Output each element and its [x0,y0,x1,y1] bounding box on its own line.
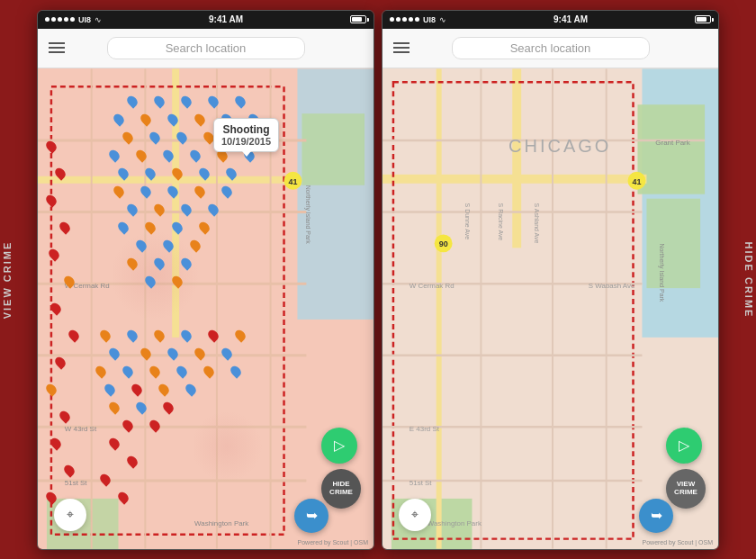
svg-text:Northerly Island Park: Northerly Island Park [304,185,311,243]
time-display: 9:41 AM [209,14,243,24]
crime-map-background: W Cermak Rd W 43rd St 51st St Northerly … [38,68,374,549]
svg-text:41: 41 [633,176,642,185]
menu-line-r1 [393,42,410,44]
battery-group [350,15,366,23]
menu-button-right[interactable] [393,42,410,53]
tooltip-title: Shooting [221,123,271,136]
nav-bar-right: Search location [382,29,718,68]
signal-dot-1 [45,17,50,22]
signal-dot-5 [70,17,75,22]
phone-crime: UI8 ∿ 9:41 AM Search location [37,10,374,550]
signal-dot-4 [64,17,68,22]
wifi-icon: ∿ [94,15,102,24]
powered-by-left: Powered by Scout | OSM [298,539,368,545]
battery-fill [352,17,362,22]
battery-group-right [695,15,711,23]
signal-dot-r2 [396,17,400,22]
nav-bar-left: Search location [38,29,374,68]
direction-button-right[interactable]: ➥ [639,499,673,533]
signal-dot-r3 [402,17,407,22]
time-display-right: 9:41 AM [554,14,588,24]
phone-clean: UI8 ∿ 9:41 AM Search location [382,10,719,550]
clean-map-area[interactable]: W Cermak Rd S Wabash Ave E 43rd St 51st … [382,68,718,549]
svg-text:S Racine Ave: S Racine Ave [498,203,504,240]
location-button-left[interactable]: ⌖ [54,499,86,531]
signal-dots-right [390,17,419,22]
svg-text:Northerly Island Park: Northerly Island Park [658,243,665,302]
signal-dot-3 [58,17,62,22]
status-bar-right: UI8 ∿ 9:41 AM [382,11,718,29]
location-button-right[interactable]: ⌖ [399,499,431,531]
navigate-button-right[interactable]: ▷ [666,428,702,464]
search-input-left[interactable]: Search location [107,37,305,59]
status-left-group: UI8 ∿ [45,15,102,24]
hide-crime-label: HIDE CRIME [743,241,754,318]
crime-map-area[interactable]: W Cermak Rd W 43rd St 51st St Northerly … [38,68,374,549]
svg-text:S Dunne Ave: S Dunne Ave [464,203,471,239]
svg-rect-26 [646,198,700,287]
clean-map-background: W Cermak Rd S Wabash Ave E 43rd St 51st … [382,68,718,549]
hide-crime-button[interactable]: HIDE CRIME [321,469,361,509]
search-input-right[interactable]: Search location [452,37,650,59]
signal-dot-r5 [415,17,419,22]
svg-text:Washington Park: Washington Park [194,518,248,527]
signal-dots [45,17,75,22]
battery-icon-right [695,15,711,23]
view-crime-button[interactable]: VIEW CRIME [666,469,706,509]
navigate-button-left[interactable]: ▷ [321,428,357,464]
chicago-label: CHICAGO [508,136,611,157]
page-wrapper: VIEW CRIME HIDE CRIME UI8 ∿ 9:41 AM [0,0,756,559]
svg-text:41: 41 [289,176,298,185]
menu-line-3 [49,51,65,53]
battery-fill-right [697,17,706,22]
signal-dot-r1 [390,17,394,22]
carrier-text: UI8 [78,15,91,24]
powered-by-right: Powered by Scout | OSM [643,539,713,545]
svg-rect-1 [302,113,364,185]
svg-text:E 43rd St: E 43rd St [410,425,440,433]
svg-text:S Ashland Ave: S Ashland Ave [534,203,540,243]
menu-line-2 [49,47,65,49]
battery-icon [350,15,366,23]
svg-text:S Wabash Ave: S Wabash Ave [589,282,635,290]
shooting-tooltip[interactable]: Shooting 10/19/2015 [213,118,279,152]
direction-button-left[interactable]: ➥ [294,499,328,533]
svg-text:W Cermak Rd: W Cermak Rd [410,282,454,290]
wifi-icon-right: ∿ [439,15,446,24]
signal-dot-r4 [409,17,413,22]
view-crime-label: VIEW CRIME [2,240,13,319]
carrier-text-right: UI8 [423,15,436,24]
lower-pins [92,329,299,509]
status-bar-left: UI8 ∿ 9:41 AM [38,11,374,29]
svg-text:Washington Park: Washington Park [428,518,482,527]
phone-divider [374,10,382,550]
svg-rect-24 [637,104,705,194]
menu-line-1 [49,42,65,44]
svg-text:Grant Park: Grant Park [655,138,689,146]
status-left-group-right: UI8 ∿ [390,15,446,24]
svg-rect-28 [512,68,521,248]
menu-line-r3 [393,51,410,53]
svg-text:51st St: 51st St [410,478,433,486]
signal-dot-2 [51,17,56,22]
menu-line-r2 [393,47,410,49]
svg-text:90: 90 [439,239,448,248]
menu-button[interactable] [49,42,65,53]
tooltip-date: 10/19/2015 [221,136,271,147]
